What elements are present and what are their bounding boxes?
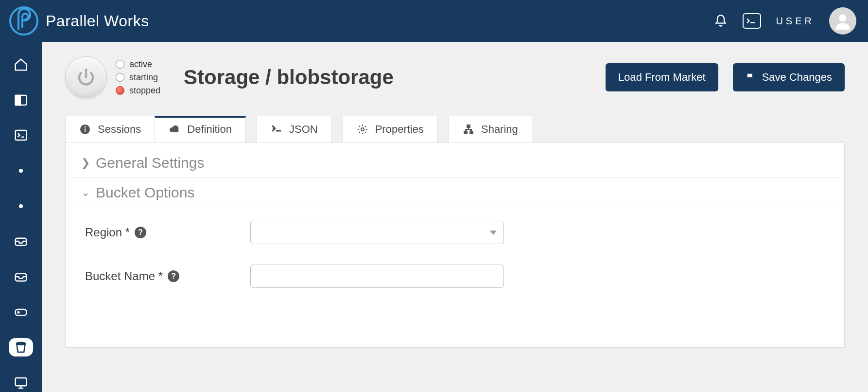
sidebar-monitor-icon[interactable]	[9, 373, 33, 392]
cloud-icon	[169, 124, 180, 135]
bucket-name-label: Bucket Name * ?	[85, 269, 250, 283]
definition-panel: ❯ General Settings ⌄ Bucket Options Regi…	[65, 143, 845, 348]
status-starting-label: starting	[129, 72, 158, 83]
chevron-right-icon: ❯	[80, 157, 91, 169]
sidebar-drive-icon[interactable]	[9, 303, 33, 321]
help-icon[interactable]: ?	[135, 227, 146, 238]
network-icon	[463, 124, 474, 135]
tab-sharing[interactable]: Sharing	[449, 116, 532, 143]
region-select[interactable]	[250, 221, 504, 244]
section-title: General Settings	[96, 155, 204, 171]
brand-text: Parallel Works	[46, 12, 149, 30]
svg-point-13	[85, 126, 86, 128]
svg-rect-16	[464, 131, 467, 134]
tab-label: Definition	[187, 123, 232, 136]
svg-rect-4	[16, 130, 27, 140]
load-from-market-button[interactable]: Load From Market	[606, 63, 718, 91]
power-button[interactable]	[65, 56, 107, 98]
terminal-icon[interactable]	[743, 13, 761, 29]
label-text: Region *	[85, 226, 130, 239]
row-region: Region * ?	[85, 221, 504, 244]
top-nav-right: USER	[713, 7, 856, 35]
help-icon[interactable]: ?	[168, 270, 179, 282]
row-bucket-name: Bucket Name * ?	[85, 265, 504, 288]
region-label: Region * ?	[85, 226, 250, 239]
gear-icon	[357, 124, 368, 135]
tab-label: Properties	[375, 123, 424, 136]
sidebar-home-icon[interactable]	[9, 55, 33, 74]
avatar[interactable]	[829, 7, 856, 35]
dot-icon	[116, 73, 124, 82]
button-label: Load From Market	[618, 71, 706, 84]
info-icon	[79, 124, 91, 135]
notifications-icon[interactable]	[713, 14, 728, 28]
tab-label: Sharing	[481, 123, 518, 136]
tab-json[interactable]: JSON	[257, 116, 332, 143]
tab-container: Sessions Definition JSON Properties Shar…	[65, 116, 845, 348]
header-actions: Load From Market Save Changes	[606, 63, 845, 91]
section-title: Bucket Options	[96, 184, 194, 201]
chevron-down-icon: ⌄	[80, 186, 91, 199]
svg-point-14	[361, 128, 364, 131]
flag-icon	[746, 72, 756, 83]
svg-rect-15	[467, 125, 470, 127]
section-general-settings[interactable]: ❯ General Settings	[71, 152, 838, 178]
sidebar-dot-1[interactable]	[9, 161, 33, 180]
tab-properties[interactable]: Properties	[343, 116, 438, 143]
sidebar-bucket-icon[interactable]	[9, 338, 33, 357]
prompt-icon	[271, 124, 282, 135]
sidebar-dot-2[interactable]	[9, 196, 33, 215]
sidebar-panel-icon[interactable]	[9, 91, 33, 110]
tab-sessions[interactable]: Sessions	[65, 116, 155, 143]
svg-rect-7	[16, 309, 27, 316]
tab-definition[interactable]: Definition	[155, 116, 246, 143]
status-active-label: active	[129, 59, 152, 70]
logo-area: Parallel Works	[9, 6, 149, 36]
svg-rect-17	[470, 131, 473, 134]
label-text: Bucket Name *	[85, 269, 163, 283]
page-header: active starting stopped Storage / blobst…	[42, 42, 868, 103]
svg-point-1	[839, 15, 847, 22]
brand-logo-icon	[9, 6, 39, 36]
status-stopped-label: stopped	[129, 86, 160, 96]
svg-point-8	[18, 312, 19, 313]
svg-rect-10	[16, 378, 27, 386]
status-active: active	[116, 59, 160, 70]
bucket-name-input[interactable]	[250, 265, 504, 288]
user-label: USER	[776, 16, 815, 27]
save-changes-button[interactable]: Save Changes	[733, 63, 845, 91]
svg-rect-3	[16, 95, 20, 105]
status-legend: active starting stopped	[116, 59, 160, 96]
dot-icon	[116, 60, 124, 69]
button-label: Save Changes	[762, 71, 832, 84]
top-nav: Parallel Works USER	[0, 0, 868, 42]
status-starting: starting	[116, 72, 160, 83]
sidebar-terminal-icon[interactable]	[9, 126, 33, 145]
tab-label: Sessions	[98, 123, 141, 136]
svg-rect-12	[85, 128, 86, 132]
sidebar-inbox2-icon[interactable]	[9, 267, 33, 286]
bucket-options-form: Region * ? Bucket Name * ?	[66, 207, 513, 288]
tabs: Sessions Definition JSON Properties Shar…	[65, 116, 845, 143]
sidebar-inbox-icon[interactable]	[9, 232, 33, 251]
section-bucket-options[interactable]: ⌄ Bucket Options	[71, 181, 838, 207]
main-content: active starting stopped Storage / blobst…	[42, 42, 868, 392]
sidebar	[0, 42, 42, 392]
page-title: Storage / blobstorage	[184, 66, 394, 89]
dot-icon	[116, 86, 124, 95]
tab-label: JSON	[289, 123, 318, 136]
status-stopped: stopped	[116, 86, 160, 96]
